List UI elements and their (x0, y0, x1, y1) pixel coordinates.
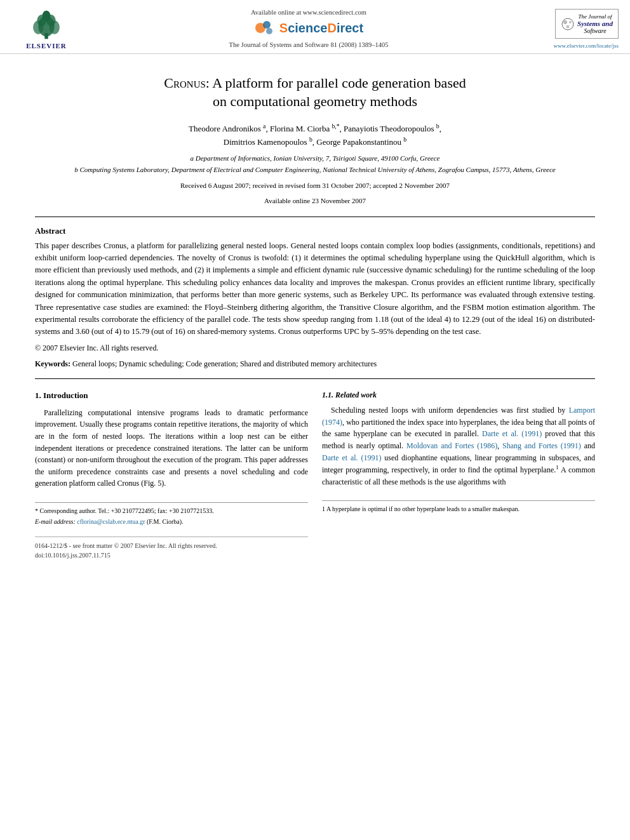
journal-icon (561, 17, 575, 31)
svg-point-9 (266, 28, 272, 34)
footnote-1: 1 A hyperplane is optimal if no other hy… (322, 505, 595, 514)
journal-badge: The Journal of Systems and Software (555, 9, 619, 39)
intro-para1: Parallelizing computational intensive pr… (35, 407, 308, 490)
copyright: © 2007 Elsevier Inc. All rights reserved… (35, 343, 595, 353)
shang-ref[interactable]: Shang and Fortes (1991) (502, 441, 581, 450)
journal-line: The Journal of Systems and Software 81 (… (229, 41, 389, 48)
paper-title: Cronus: A platform for parallel code gen… (35, 74, 595, 110)
svg-point-13 (566, 25, 570, 28)
left-footnote: * Corresponding author. Tel.: +30 210772… (35, 502, 308, 526)
svg-point-6 (43, 11, 51, 21)
darte-ref[interactable]: Darte et al. (1991) (482, 429, 542, 438)
available-date: Available online 23 November 2007 (35, 196, 595, 206)
two-column-body: 1. Introduction Parallelizing computatio… (35, 389, 595, 561)
keywords-text: General loops; Dynamic scheduling; Code … (72, 359, 377, 368)
affiliation-a: a Department of Informatics, Ionian Univ… (35, 154, 595, 163)
left-column: 1. Introduction Parallelizing computatio… (35, 389, 308, 561)
received-date: Received 6 August 2007; received in revi… (35, 180, 595, 191)
page: ELSEVIER Available online at www.science… (0, 0, 630, 840)
elsevier-logo-area: ELSEVIER (11, 9, 81, 50)
email-link[interactable]: cflorina@cslab.ece.ntua.gr (77, 518, 145, 525)
abstract-text: This paper describes Cronus, a platform … (35, 240, 595, 338)
elsevier-url: www.elsevier.com/locate/jss (554, 43, 619, 49)
abstract-heading: Abstract (35, 226, 595, 236)
sciencedirect-icon (254, 18, 277, 37)
svg-point-8 (263, 21, 271, 29)
sciencedirect-logo: ScienceDirect (254, 18, 363, 37)
elsevier-label: ELSEVIER (26, 42, 67, 50)
related-work-para1: Scheduling nested loops with uniform dep… (322, 404, 595, 488)
bottom-info: 0164-1212/$ - see front matter © 2007 El… (35, 537, 308, 561)
journal-name1: Systems and (577, 20, 613, 27)
header-right: The Journal of Systems and Software www.… (536, 9, 619, 49)
right-column: 1.1. Related work Scheduling nested loop… (322, 389, 595, 561)
issn-line: 0164-1212/$ - see front matter © 2007 El… (35, 541, 308, 551)
footnote-star: * Corresponding author. Tel.: +30 210772… (35, 507, 308, 516)
doi-line: doi:10.1016/j.jss.2007.11.715 (35, 550, 308, 561)
svg-point-11 (563, 20, 567, 24)
affiliation-b: b Computing Systems Laboratory, Departme… (35, 165, 595, 175)
elsevier-logo: ELSEVIER (11, 9, 81, 50)
footnote-email: E-mail address: cflorina@cslab.ece.ntua.… (35, 517, 308, 526)
header-center: Available online at www.sciencedirect.co… (81, 9, 536, 48)
journal-name2: Software (577, 27, 613, 34)
authors: Theodore Andronikos a, Florina M. Ciorba… (35, 122, 595, 149)
divider-top (35, 217, 595, 217)
elsevier-tree-icon (27, 9, 65, 41)
moldovan-ref[interactable]: Moldovan and Fortes (1986) (406, 441, 497, 450)
journal-the: The Journal of (577, 13, 613, 20)
header: ELSEVIER Available online at www.science… (0, 0, 630, 54)
related-work-heading: 1.1. Related work (322, 389, 595, 401)
available-online-text: Available online at www.sciencedirect.co… (251, 9, 366, 16)
lamport-ref[interactable]: Lamport (1974) (322, 406, 595, 427)
abstract-section: Abstract This paper describes Cronus, a … (35, 226, 595, 370)
title-section: Cronus: A platform for parallel code gen… (35, 74, 595, 206)
divider-bottom (35, 378, 595, 379)
right-footnote: 1 A hyperplane is optimal if no other hy… (322, 500, 595, 514)
svg-point-12 (569, 21, 572, 23)
darte2-ref[interactable]: Darte et al. (1991) (322, 453, 381, 462)
intro-heading: 1. Introduction (35, 389, 308, 402)
keywords: Keywords: General loops; Dynamic schedul… (35, 358, 595, 370)
keywords-label: Keywords: (35, 359, 70, 368)
sd-text: ScienceDirect (279, 21, 363, 36)
content: Cronus: A platform for parallel code gen… (0, 54, 630, 573)
